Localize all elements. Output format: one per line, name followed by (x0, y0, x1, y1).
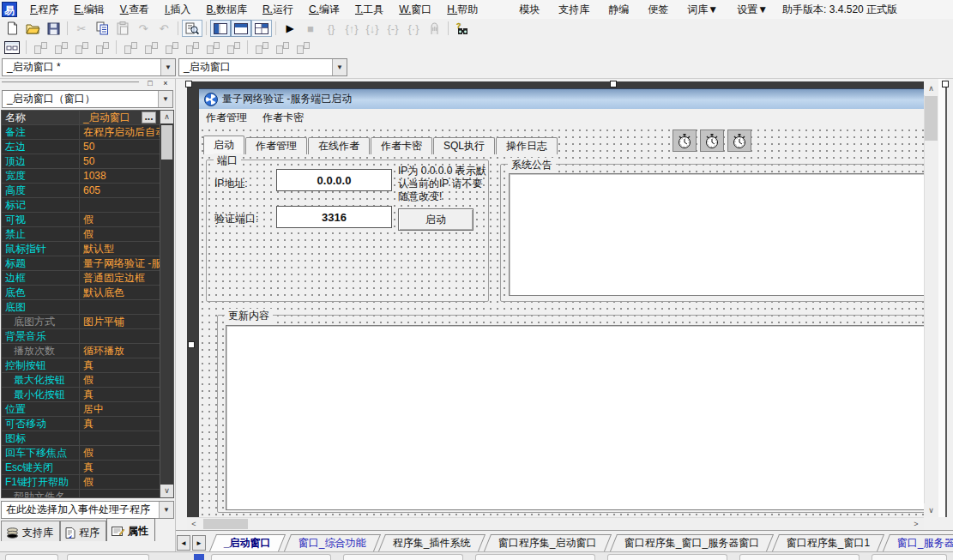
worktab-window1-code[interactable]: 窗口程序集_窗口1 (772, 534, 884, 551)
worktab-startwindow-code[interactable]: 窗口程序集_启动窗口 (484, 534, 612, 551)
menu-program[interactable]: F.程序 (22, 0, 66, 20)
property-row[interactable]: 底图方式图片平铺 (2, 315, 173, 329)
property-row[interactable]: 宽度1038 (2, 169, 173, 184)
tabs-scroll-right-icon[interactable]: ► (192, 535, 206, 551)
property-value[interactable] (79, 329, 160, 343)
property-row[interactable]: 备注在程序启动后自动 (2, 125, 173, 140)
property-row[interactable]: 可视假 (2, 213, 173, 227)
property-value[interactable]: 1038 (79, 169, 160, 183)
property-grid-scrollbar[interactable]: ∧ ∨ (160, 111, 173, 497)
worktab-serverwindow-code[interactable]: 窗口程序集_窗口_服务器窗口 (610, 534, 774, 551)
property-row[interactable]: 名称 _启动窗口 ... (2, 111, 173, 125)
verify-port-field[interactable]: 3316 (276, 206, 392, 228)
object-selector-combobox[interactable]: _启动窗口 ▼ (178, 58, 347, 76)
property-value[interactable]: 居中 (79, 402, 160, 416)
run-icon[interactable]: ▶ (280, 20, 300, 37)
ip-address-field[interactable]: 0.0.0.0 (276, 169, 392, 191)
menu-static-compile[interactable]: 静编 (599, 0, 638, 20)
update-textarea[interactable] (226, 325, 930, 510)
property-row[interactable]: 高度605 (2, 184, 173, 198)
property-value[interactable]: 假 (79, 373, 160, 387)
property-row[interactable]: F1键打开帮助假 (2, 475, 173, 490)
property-value[interactable] (79, 300, 160, 314)
property-value[interactable]: 图片平铺 (79, 315, 160, 328)
selection-handle[interactable] (942, 81, 949, 87)
horizontal-scrollbar[interactable] (187, 517, 924, 530)
form-tab-online-authors[interactable]: 在线作者 (308, 137, 370, 154)
dropdown-arrow-icon[interactable]: ▼ (158, 91, 172, 107)
property-row[interactable]: 最大化按钮假 (2, 373, 173, 388)
layout-top-pane-icon[interactable] (231, 20, 251, 37)
scroll-up-icon[interactable]: ∧ (160, 111, 173, 123)
worktab-plugin-system[interactable]: 程序集_插件系统 (378, 534, 486, 551)
property-row[interactable]: 禁止假 (2, 227, 173, 242)
property-value[interactable] (79, 490, 160, 498)
scrollbar-thumb[interactable] (203, 519, 248, 529)
property-row[interactable]: 图标 (2, 431, 173, 446)
form-menu-author-manage[interactable]: 作者管理 (206, 111, 247, 125)
timer-component-icon[interactable] (700, 129, 724, 152)
property-value[interactable]: 假 (79, 213, 160, 226)
property-value[interactable]: 50 (79, 140, 160, 154)
scrollbar-thumb[interactable] (161, 125, 172, 160)
menu-edit[interactable]: E.编辑 (66, 0, 112, 20)
new-file-icon[interactable] (2, 20, 22, 37)
start-button[interactable]: 启动 (398, 208, 473, 231)
property-row[interactable]: 控制按钮真 (2, 358, 173, 373)
scroll-right-icon[interactable]: > (909, 518, 923, 530)
property-value[interactable]: 在程序启动后自动 (79, 125, 160, 139)
property-row[interactable]: 帮助文件名 (2, 490, 173, 498)
menu-run[interactable]: R.运行 (255, 0, 301, 20)
form-tab-start[interactable]: 启动 (203, 135, 244, 154)
property-value[interactable]: 量子网络验证 -服 (79, 256, 160, 270)
dropdown-arrow-icon[interactable]: ▼ (159, 502, 173, 518)
property-value[interactable]: 真 (79, 388, 160, 401)
property-row[interactable]: 标题量子网络验证 -服 (2, 256, 173, 271)
property-row[interactable]: 最小化按钮真 (2, 388, 173, 402)
property-row[interactable]: 底图 (2, 300, 173, 315)
help-search-icon[interactable]: ? (452, 20, 473, 37)
menu-database[interactable]: B.数据库 (199, 0, 255, 20)
property-value[interactable]: 50 (79, 154, 160, 168)
menu-view[interactable]: V.查看 (112, 0, 157, 20)
form-tab-sql[interactable]: SQL执行 (433, 137, 495, 154)
menu-support-lib[interactable]: 支持库 (549, 0, 599, 20)
tab-support-lib[interactable]: 支持库 (1, 521, 60, 541)
layout-grid-pane-icon[interactable] (251, 20, 272, 37)
scroll-up-icon[interactable]: ∧ (924, 81, 938, 95)
property-row[interactable]: Esc键关闭真 (2, 461, 173, 475)
form-tab-author-manage[interactable]: 作者管理 (245, 137, 307, 154)
property-value[interactable]: 默认底色 (79, 286, 160, 299)
layout-left-pane-icon[interactable] (210, 20, 231, 37)
scroll-down-icon[interactable]: ∨ (160, 485, 173, 497)
menu-dictionary[interactable]: 词库▼ (678, 0, 727, 20)
property-row[interactable]: 播放次数循环播放 (2, 344, 173, 358)
panel-close-icon[interactable]: × (160, 79, 172, 89)
tabs-scroll-left-icon[interactable]: ◄ (177, 535, 190, 551)
property-row[interactable]: 背景音乐 (2, 329, 173, 344)
menu-compile[interactable]: C.编译 (301, 0, 347, 20)
property-row[interactable]: 边框普通固定边框 (2, 271, 173, 286)
menu-window[interactable]: W.窗口 (391, 0, 439, 20)
menu-settings[interactable]: 设置▼ (727, 0, 777, 20)
selection-handle[interactable] (188, 341, 195, 348)
property-row[interactable]: 回车下移焦点假 (2, 446, 173, 461)
dropdown-arrow-icon[interactable]: ▼ (332, 59, 347, 75)
tab-program[interactable]: 程序 (60, 521, 106, 541)
scroll-left-icon[interactable]: < (187, 518, 201, 530)
property-value[interactable]: 默认型 (79, 242, 160, 256)
timer-component-icon[interactable] (673, 129, 697, 152)
form-selection-border-left[interactable] (187, 81, 199, 517)
worktab-window-misc[interactable]: 窗口_综合功能 (284, 534, 381, 551)
property-value[interactable]: 普通固定边框 (79, 271, 160, 285)
open-file-icon[interactable] (22, 20, 43, 37)
property-value[interactable] (79, 431, 160, 445)
timer-component-icon[interactable] (727, 129, 751, 152)
property-value[interactable]: 真 (79, 417, 160, 431)
property-value[interactable]: 605 (79, 184, 160, 197)
property-value[interactable]: 假 (79, 227, 160, 241)
more-button[interactable]: ... (142, 111, 156, 123)
menu-insert[interactable]: I.插入 (157, 0, 199, 20)
form-selection-border-top[interactable] (187, 81, 925, 88)
menu-help[interactable]: H.帮助 (439, 0, 486, 20)
